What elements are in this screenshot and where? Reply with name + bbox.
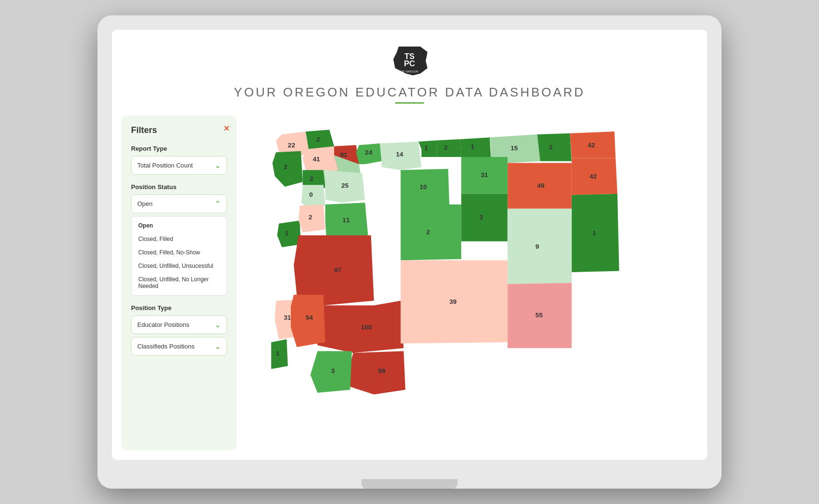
report-type-section: Report Type Total Position Count ⌄ [131, 145, 227, 175]
lake-region [507, 283, 572, 348]
educator-positions-arrow: ⌄ [215, 320, 221, 329]
grant-region [507, 163, 572, 209]
wheeler-region [461, 157, 507, 194]
position-status-label: Position Status [131, 183, 227, 191]
douglas-region [314, 301, 404, 353]
status-option-closed-filled[interactable]: Closed, Filled [132, 232, 227, 246]
svg-text:OF OREGON: OF OREGON [401, 70, 419, 73]
status-option-closed-unfilled-unsuccessful[interactable]: Closed, Unfilled, Unsucessful [132, 259, 227, 273]
linn-region [325, 203, 368, 240]
report-type-label: Report Type [131, 145, 227, 152]
marion-region [324, 170, 365, 203]
tillamook-region [272, 151, 302, 187]
report-type-dropdown[interactable]: Total Position Count ⌄ [131, 156, 227, 175]
filters-title: Filters [131, 125, 227, 135]
position-type-label: Position Type [131, 304, 227, 312]
status-option-closed-unfilled-nolonger[interactable]: Closed, Unfilled, No Longer Needed [132, 273, 227, 293]
classifieds-positions-value: Classifieds Positions [137, 343, 194, 350]
classifieds-positions-arrow: ⌄ [215, 342, 221, 351]
report-type-value: Total Position Count [137, 162, 193, 169]
position-status-dropdown[interactable]: Open ⌃ [131, 194, 227, 213]
position-type-section: Position Type Educator Positions ⌄ Class… [131, 304, 227, 356]
main-content: × Filters Report Type Total Position Cou… [112, 108, 707, 460]
svg-text:PC: PC [404, 59, 415, 68]
union-region [537, 133, 572, 161]
benton-region [299, 204, 325, 232]
report-type-arrow: ⌄ [215, 161, 221, 170]
harney-region [507, 209, 572, 284]
josephine-region [311, 351, 352, 393]
morrow-region [460, 137, 491, 157]
position-status-arrow: ⌃ [215, 199, 221, 208]
wasco-region [380, 142, 422, 170]
gilliam-region [436, 139, 461, 157]
title-underline [395, 102, 424, 104]
classifieds-positions-dropdown[interactable]: Classifieds Positions ⌄ [131, 337, 227, 356]
baker-region [572, 158, 617, 195]
south-coast-region [271, 339, 288, 369]
header: TS PC OF OREGON YOUR OREGON EDUCATOR DAT… [112, 30, 707, 108]
status-option-closed-filled-noshow[interactable]: Closed, Filled, No-Show [132, 246, 227, 259]
position-status-menu: Open Closed, Filled Closed, Filled, No-S… [131, 216, 227, 296]
map-container: 22 2 41 91 26 [246, 116, 698, 450]
wallowa-region [570, 132, 615, 158]
malheur-region [572, 194, 619, 272]
deschutes-region [401, 204, 461, 260]
crook-region [461, 194, 507, 241]
coos-region [291, 295, 325, 347]
position-status-section: Position Status Open ⌃ Open Closed, Fill… [131, 183, 227, 296]
sidebar: × Filters Report Type Total Position Cou… [121, 116, 237, 450]
jefferson-region [401, 169, 449, 204]
sherman-region [419, 141, 438, 157]
close-button[interactable]: × [224, 123, 229, 134]
status-option-open[interactable]: Open [132, 219, 227, 232]
educator-positions-dropdown[interactable]: Educator Positions ⌄ [131, 315, 227, 334]
jackson-region [349, 351, 406, 395]
tspc-logo: TS PC OF OREGON [388, 39, 431, 83]
klamath-region [401, 261, 508, 344]
page-title: YOUR OREGON EDUCATOR DATA DASHBOARD [234, 85, 585, 100]
position-status-value: Open [137, 200, 153, 207]
laptop-base [361, 479, 458, 489]
hood-river-region [356, 144, 382, 164]
washington-region [303, 146, 338, 173]
educator-positions-value: Educator Positions [137, 321, 189, 328]
oregon-map: 22 2 41 91 26 [246, 116, 698, 450]
